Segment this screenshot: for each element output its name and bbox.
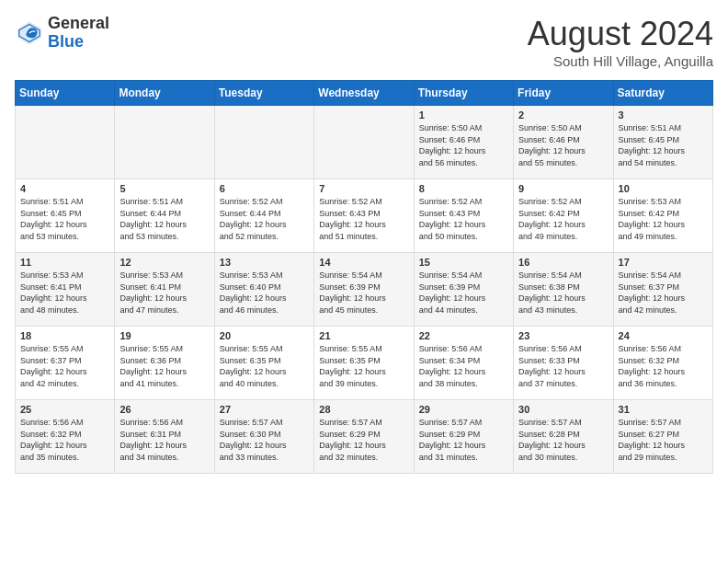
day-number: 27 (220, 404, 309, 415)
logo: General Blue (15, 15, 109, 52)
day-of-week-header: Monday (115, 81, 214, 106)
day-info: Sunrise: 5:57 AM Sunset: 6:28 PM Dayligh… (518, 417, 608, 463)
calendar-header-row: SundayMondayTuesdayWednesdayThursdayFrid… (16, 81, 713, 106)
day-info: Sunrise: 5:51 AM Sunset: 6:45 PM Dayligh… (20, 196, 109, 242)
calendar-day-cell: 1Sunrise: 5:50 AM Sunset: 6:46 PM Daylig… (414, 106, 513, 179)
day-number: 28 (319, 404, 408, 415)
day-info: Sunrise: 5:57 AM Sunset: 6:27 PM Dayligh… (619, 417, 708, 463)
calendar-day-cell: 5Sunrise: 5:51 AM Sunset: 6:44 PM Daylig… (115, 179, 214, 253)
day-info: Sunrise: 5:50 AM Sunset: 6:46 PM Dayligh… (518, 122, 608, 168)
day-number: 25 (20, 404, 109, 415)
logo-text: General Blue (48, 15, 109, 52)
day-info: Sunrise: 5:55 AM Sunset: 6:36 PM Dayligh… (119, 343, 209, 389)
day-info: Sunrise: 5:54 AM Sunset: 6:37 PM Dayligh… (619, 270, 708, 316)
day-number: 24 (619, 330, 708, 341)
day-number: 14 (319, 257, 408, 268)
day-number: 4 (20, 183, 109, 194)
day-number: 18 (20, 330, 109, 341)
day-number: 30 (518, 404, 608, 415)
calendar-day-cell (314, 106, 414, 179)
calendar-day-cell: 27Sunrise: 5:57 AM Sunset: 6:30 PM Dayli… (214, 400, 313, 474)
day-info: Sunrise: 5:53 AM Sunset: 6:42 PM Dayligh… (619, 196, 708, 242)
day-number: 6 (220, 183, 309, 194)
logo-general: General (48, 14, 109, 32)
day-info: Sunrise: 5:51 AM Sunset: 6:45 PM Dayligh… (619, 122, 708, 168)
calendar-day-cell: 6Sunrise: 5:52 AM Sunset: 6:44 PM Daylig… (214, 179, 313, 253)
day-number: 22 (419, 330, 508, 341)
calendar-day-cell (214, 106, 313, 179)
calendar-day-cell: 9Sunrise: 5:52 AM Sunset: 6:42 PM Daylig… (514, 179, 613, 253)
day-of-week-header: Saturday (613, 81, 712, 106)
calendar-day-cell: 24Sunrise: 5:56 AM Sunset: 6:32 PM Dayli… (613, 327, 712, 400)
day-number: 11 (20, 257, 109, 268)
calendar-day-cell: 21Sunrise: 5:55 AM Sunset: 6:35 PM Dayli… (314, 327, 414, 400)
day-info: Sunrise: 5:56 AM Sunset: 6:34 PM Dayligh… (419, 343, 508, 389)
day-info: Sunrise: 5:51 AM Sunset: 6:44 PM Dayligh… (119, 196, 209, 242)
day-number: 9 (518, 183, 608, 194)
day-info: Sunrise: 5:56 AM Sunset: 6:32 PM Dayligh… (20, 417, 109, 463)
day-info: Sunrise: 5:54 AM Sunset: 6:38 PM Dayligh… (518, 270, 608, 316)
day-number: 13 (220, 257, 309, 268)
calendar-day-cell: 12Sunrise: 5:53 AM Sunset: 6:41 PM Dayli… (115, 253, 214, 327)
location-subtitle: South Hill Village, Anguilla (528, 53, 713, 69)
logo-icon (15, 18, 44, 48)
day-number: 15 (419, 257, 508, 268)
calendar-day-cell: 10Sunrise: 5:53 AM Sunset: 6:42 PM Dayli… (613, 179, 712, 253)
calendar-week-row: 25Sunrise: 5:56 AM Sunset: 6:32 PM Dayli… (16, 400, 713, 474)
day-info: Sunrise: 5:53 AM Sunset: 6:41 PM Dayligh… (119, 270, 209, 316)
day-of-week-header: Friday (514, 81, 613, 106)
day-info: Sunrise: 5:56 AM Sunset: 6:32 PM Dayligh… (619, 343, 708, 389)
day-number: 12 (119, 257, 209, 268)
calendar-day-cell: 15Sunrise: 5:54 AM Sunset: 6:39 PM Dayli… (414, 253, 513, 327)
calendar-day-cell: 18Sunrise: 5:55 AM Sunset: 6:37 PM Dayli… (16, 327, 115, 400)
calendar-day-cell: 3Sunrise: 5:51 AM Sunset: 6:45 PM Daylig… (613, 106, 712, 179)
title-block: August 2024 South Hill Village, Anguilla (528, 15, 713, 69)
calendar-week-row: 18Sunrise: 5:55 AM Sunset: 6:37 PM Dayli… (16, 327, 713, 400)
calendar-day-cell (16, 106, 115, 179)
day-number: 19 (119, 330, 209, 341)
day-info: Sunrise: 5:57 AM Sunset: 6:29 PM Dayligh… (319, 417, 408, 463)
day-of-week-header: Thursday (414, 81, 513, 106)
calendar-day-cell: 30Sunrise: 5:57 AM Sunset: 6:28 PM Dayli… (514, 400, 613, 474)
calendar-day-cell: 22Sunrise: 5:56 AM Sunset: 6:34 PM Dayli… (414, 327, 513, 400)
calendar-week-row: 11Sunrise: 5:53 AM Sunset: 6:41 PM Dayli… (16, 253, 713, 327)
day-number: 1 (419, 109, 508, 121)
day-number: 8 (419, 183, 508, 194)
day-of-week-header: Sunday (16, 81, 115, 106)
day-info: Sunrise: 5:54 AM Sunset: 6:39 PM Dayligh… (419, 270, 508, 316)
calendar-day-cell: 28Sunrise: 5:57 AM Sunset: 6:29 PM Dayli… (314, 400, 414, 474)
calendar-day-cell: 13Sunrise: 5:53 AM Sunset: 6:40 PM Dayli… (214, 253, 313, 327)
day-number: 21 (319, 330, 408, 341)
logo-blue: Blue (48, 32, 84, 51)
day-of-week-header: Tuesday (214, 81, 313, 106)
day-info: Sunrise: 5:57 AM Sunset: 6:29 PM Dayligh… (419, 417, 508, 463)
day-info: Sunrise: 5:53 AM Sunset: 6:41 PM Dayligh… (20, 270, 109, 316)
day-info: Sunrise: 5:56 AM Sunset: 6:33 PM Dayligh… (518, 343, 608, 389)
calendar-day-cell: 11Sunrise: 5:53 AM Sunset: 6:41 PM Dayli… (16, 253, 115, 327)
day-number: 26 (119, 404, 209, 415)
day-info: Sunrise: 5:52 AM Sunset: 6:42 PM Dayligh… (518, 196, 608, 242)
day-info: Sunrise: 5:52 AM Sunset: 6:43 PM Dayligh… (319, 196, 408, 242)
day-info: Sunrise: 5:57 AM Sunset: 6:30 PM Dayligh… (220, 417, 309, 463)
day-info: Sunrise: 5:54 AM Sunset: 6:39 PM Dayligh… (319, 270, 408, 316)
day-number: 17 (619, 257, 708, 268)
calendar-week-row: 1Sunrise: 5:50 AM Sunset: 6:46 PM Daylig… (16, 106, 713, 179)
calendar-day-cell: 4Sunrise: 5:51 AM Sunset: 6:45 PM Daylig… (16, 179, 115, 253)
calendar-table: SundayMondayTuesdayWednesdayThursdayFrid… (15, 80, 713, 474)
month-year-title: August 2024 (528, 15, 713, 53)
calendar-day-cell: 7Sunrise: 5:52 AM Sunset: 6:43 PM Daylig… (314, 179, 414, 253)
day-info: Sunrise: 5:56 AM Sunset: 6:31 PM Dayligh… (119, 417, 209, 463)
day-number: 29 (419, 404, 508, 415)
day-info: Sunrise: 5:53 AM Sunset: 6:40 PM Dayligh… (220, 270, 309, 316)
day-info: Sunrise: 5:55 AM Sunset: 6:35 PM Dayligh… (220, 343, 309, 389)
day-info: Sunrise: 5:52 AM Sunset: 6:43 PM Dayligh… (419, 196, 508, 242)
calendar-day-cell: 19Sunrise: 5:55 AM Sunset: 6:36 PM Dayli… (115, 327, 214, 400)
calendar-day-cell: 25Sunrise: 5:56 AM Sunset: 6:32 PM Dayli… (16, 400, 115, 474)
calendar-day-cell: 29Sunrise: 5:57 AM Sunset: 6:29 PM Dayli… (414, 400, 513, 474)
calendar-day-cell: 8Sunrise: 5:52 AM Sunset: 6:43 PM Daylig… (414, 179, 513, 253)
day-info: Sunrise: 5:52 AM Sunset: 6:44 PM Dayligh… (220, 196, 309, 242)
day-number: 3 (619, 109, 708, 121)
day-info: Sunrise: 5:55 AM Sunset: 6:37 PM Dayligh… (20, 343, 109, 389)
day-of-week-header: Wednesday (314, 81, 414, 106)
calendar-day-cell: 16Sunrise: 5:54 AM Sunset: 6:38 PM Dayli… (514, 253, 613, 327)
